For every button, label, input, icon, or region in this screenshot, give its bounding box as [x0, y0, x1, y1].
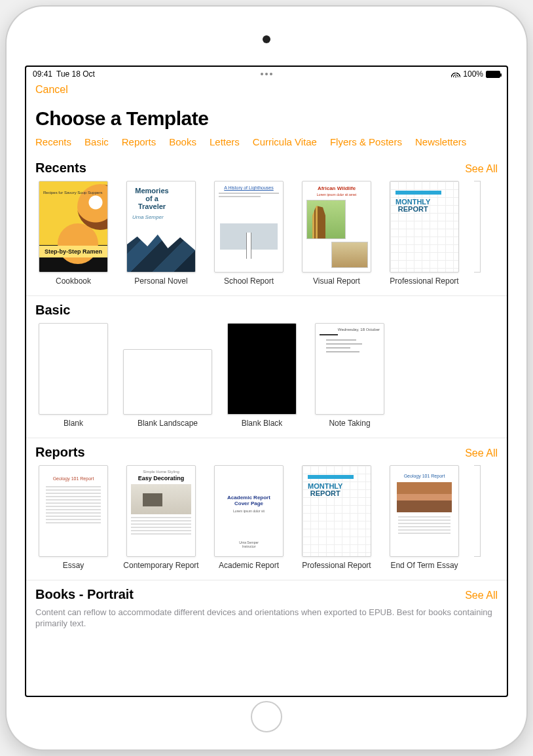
template-sliver[interactable] [474, 181, 481, 273]
template-label: Professional Report [299, 561, 375, 571]
template-sliver[interactable] [474, 465, 481, 557]
section-recents: Recents See All Recipes for Savory Soup … [26, 154, 507, 296]
category-tabs: Recents Basic Reports Books Letters Curr… [26, 136, 507, 154]
thumb-lighthouse: A History of Lighthouses [214, 181, 284, 273]
battery-percent: 100% [463, 69, 483, 79]
thumb-contemp: Simple Home Styling Easy Decorating [126, 465, 196, 557]
tab-books[interactable]: Books [169, 136, 196, 147]
wifi-icon [451, 71, 460, 77]
template-label: Blank Landscape [123, 419, 212, 428]
template-label: Blank [35, 419, 111, 428]
template-blank-black[interactable]: Blank Black [224, 323, 300, 428]
template-academic-report[interactable]: Academic Report Cover Page Lorem ipsum d… [211, 465, 287, 571]
template-label: School Report [211, 276, 287, 286]
thumb-novel: Memories of a Traveler Urna Semper [126, 181, 196, 273]
template-label: Cookbook [35, 276, 111, 286]
section-title-reports: Reports [35, 445, 85, 460]
thumb-monthly-2: MONTHLYREPORT [302, 465, 371, 557]
thumb-cookbook: Recipes for Savory Soup Suppers Step-by-… [39, 181, 108, 273]
section-desc-books: Content can reflow to accommodate differ… [26, 607, 507, 632]
template-label: Note Taking [312, 419, 388, 428]
home-button[interactable] [251, 701, 282, 732]
template-visual-report[interactable]: African Wildlife Lorem ipsum dolor sit a… [299, 181, 375, 286]
nav-bar: Cancel [26, 81, 507, 96]
thumb-blank-black [227, 323, 297, 415]
multitask-dots[interactable] [261, 73, 272, 75]
page-title: Choose a Template [35, 107, 498, 130]
template-professional-report-2[interactable]: MONTHLYREPORT Professional Report [299, 465, 375, 571]
thumb-essay: Geology 101 Report [39, 465, 108, 557]
template-blank-landscape[interactable]: Blank Landscape [123, 323, 212, 428]
template-note-taking[interactable]: Wednesday, 18 October Note Taking [312, 323, 388, 428]
thumb-monthly: MONTHLYREPORT [390, 181, 459, 273]
section-title-recents: Recents [35, 161, 86, 176]
template-contemporary-report[interactable]: Simple Home Styling Easy Decorating Cont… [123, 465, 199, 571]
section-title-basic: Basic [35, 303, 70, 318]
template-professional-report[interactable]: MONTHLYREPORT Professional Report [386, 181, 462, 286]
screen: 09:41 Tue 18 Oct 100% Cancel Choose a Te… [25, 66, 508, 697]
see-all-recents[interactable]: See All [465, 163, 498, 175]
template-label: End Of Term Essay [386, 561, 462, 571]
template-scroll-area[interactable]: Recents See All Recipes for Savory Soup … [26, 154, 507, 696]
template-end-of-term-essay[interactable]: Geology 101 Report End Of Term Essay [386, 465, 462, 571]
battery-icon [486, 71, 500, 78]
template-essay[interactable]: Geology 101 Report Essay [35, 465, 111, 571]
template-personal-novel[interactable]: Memories of a Traveler Urna Semper Perso… [123, 181, 199, 286]
template-blank[interactable]: Blank [35, 323, 111, 428]
thumb-note: Wednesday, 18 October [315, 323, 384, 415]
thumb-blank [39, 323, 108, 415]
template-label: Visual Report [299, 276, 375, 286]
status-time: 09:41 [33, 69, 52, 79]
tab-reports[interactable]: Reports [122, 136, 156, 147]
template-label: Professional Report [386, 276, 462, 286]
section-title-books: Books - Portrait [35, 587, 134, 602]
thumb-academic: Academic Report Cover Page Lorem ipsum d… [214, 465, 284, 557]
section-reports: Reports See All Geology 101 Report Essay [26, 438, 507, 580]
template-cookbook[interactable]: Recipes for Savory Soup Suppers Step-by-… [35, 181, 111, 286]
template-label: Blank Black [224, 419, 300, 428]
template-label: Personal Novel [123, 276, 199, 286]
camera-dot [263, 35, 270, 43]
tab-letters[interactable]: Letters [210, 136, 240, 147]
ipad-frame: 09:41 Tue 18 Oct 100% Cancel Choose a Te… [7, 7, 526, 749]
template-school-report[interactable]: A History of Lighthouses School Report [211, 181, 287, 286]
tab-recents[interactable]: Recents [35, 136, 71, 147]
template-label: Contemporary Report [123, 561, 199, 571]
see-all-books[interactable]: See All [465, 590, 498, 601]
see-all-reports[interactable]: See All [465, 447, 498, 459]
section-basic: Basic Blank Blank Landscape Blank Black [26, 296, 507, 438]
cancel-button[interactable]: Cancel [35, 84, 68, 95]
tab-cv[interactable]: Curricula Vitae [253, 136, 317, 147]
status-date: Tue 18 Oct [56, 69, 95, 79]
thumb-eot: Geology 101 Report [390, 465, 459, 557]
tab-basic[interactable]: Basic [84, 136, 109, 147]
thumb-blank-landscape [123, 349, 212, 415]
template-label: Academic Report [211, 561, 287, 571]
tab-newsletters[interactable]: Newsletters [415, 136, 466, 147]
status-bar: 09:41 Tue 18 Oct 100% [26, 67, 507, 81]
section-books: Books - Portrait See All Content can ref… [26, 580, 507, 641]
tab-flyers[interactable]: Flyers & Posters [330, 136, 402, 147]
thumb-wildlife: African Wildlife Lorem ipsum dolor sit a… [302, 181, 371, 273]
template-label: Essay [35, 561, 111, 571]
